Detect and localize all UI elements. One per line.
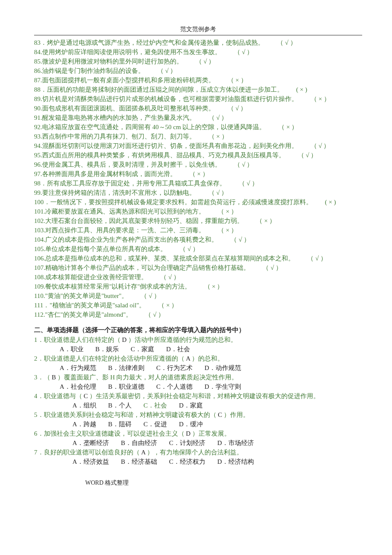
tf-item: 88．压面机的功能是将揉制好的面团通过压辊之间的间隙，压成立方体以便进一步加工。… [34, 85, 362, 94]
item-number: 5． [34, 411, 44, 418]
answer-letter: A [140, 449, 147, 456]
item-text: 广义的成本是指企业为生产各种产品而支出的各项耗费之和。 [45, 236, 218, 243]
item-text: 对西点操作工具、用具的要求是：一洗、二冲、三消毒。 [45, 227, 205, 234]
mc-option: A．垄断经济 [72, 438, 109, 448]
item-number: 108. [34, 274, 45, 280]
item-number: 98． [34, 180, 47, 187]
tf-item: 110."黄油"的英文单词是"butter"。 （ √ ） [34, 291, 362, 301]
answer-mark: （ √ ） [208, 114, 228, 121]
item-text: 各种擀面用具多是用金属材料制成，圆而光滑。 [42, 171, 176, 177]
mc-option: D．学生守则 [205, 382, 241, 391]
item-number: 6． [34, 430, 44, 437]
answer-letter: D [184, 430, 192, 437]
item-number: 99. [34, 189, 42, 196]
item-number: 112. [34, 311, 45, 318]
answer-mark: （ × ） [204, 283, 224, 290]
answer-mark: （ × ） [256, 217, 276, 224]
question-post: ），有力地保障个人的合法利益。 [147, 449, 243, 456]
item-number: 1． [34, 336, 44, 343]
answer-mark: （ √ ） [160, 274, 180, 280]
tf-item: 103.对西点操作工具、用具的要求是：一洗、二冲、三消毒。 （ × ） [34, 225, 362, 235]
answer-mark: （ × ） [228, 77, 247, 84]
item-number: 105. [34, 246, 45, 252]
answer-mark: （ √ ） [277, 39, 297, 46]
answer-mark: （ √ ） [239, 180, 258, 187]
answer-letter: B [50, 374, 58, 381]
answer-mark: （ × ） [189, 171, 209, 177]
mc-question: 3．（ B ）覆盖面最广、影 H 向力最大，对人的道德素质起决定性作用。 [34, 373, 362, 382]
question-pre: 职业道德是人们在特定的社会活动中所应遵循的（ [44, 355, 184, 362]
answer-mark: ( × ) [296, 86, 307, 93]
tf-item: 105.单位成本是指每个菜点单位所具有的成本。 （ √ ） [34, 244, 362, 254]
item-number: 91. [34, 114, 42, 121]
question-post: ）活动中所应遵循的行为规范的总和。 [128, 336, 237, 343]
item-number: 88． [34, 86, 47, 93]
item-number: 107. [34, 264, 45, 271]
item-text: 大理石案台台面较轻，因此其底架要求特别轻巧、稳固，撑重能力弱。 [45, 217, 243, 224]
mc-section-title: 二、单项选择题（选择一个正确的答案，将相应的字母填入题内的括号中） [34, 326, 362, 334]
mc-option: D．缓冲 [179, 419, 203, 429]
tf-item: 83．烤炉是通过电源或气源产生热，经过炉内空气和金属传递热量，使制品成熟。 （ … [34, 38, 362, 47]
tf-item: 86.油炸锅是专门制作油炸制品的设备。 （ √ ） [34, 66, 362, 75]
answer-mark: （ √ ） [311, 142, 330, 149]
mc-option: B．经济基础 [121, 457, 157, 466]
item-text: 面包成形机有面团滚圆机、面团搓条机及吐司整形机等种类。 [42, 105, 215, 112]
answer-mark: （ √ ） [157, 67, 177, 74]
item-number: 97. [34, 171, 42, 177]
item-text: 精确地计算各个单位产品的成本，可以为合理确定产品销售价格打基础。 [45, 264, 250, 271]
item-number: 94. [34, 142, 42, 149]
mc-option: D．动作规范 [205, 363, 241, 373]
item-number: 2． [34, 355, 44, 362]
answer-mark: （ √ ） [145, 311, 164, 318]
item-number: 3． [34, 374, 44, 381]
item-number: 102. [34, 217, 45, 224]
item-number: 93. [34, 133, 42, 140]
mc-option: D．家庭 [179, 401, 203, 410]
answer-mark: （ √ ） [298, 152, 317, 159]
question-post: ）的总和。 [192, 355, 224, 362]
answer-letter: C [82, 393, 90, 399]
answer-mark: （ √ ） [234, 161, 254, 168]
tf-item: 91.醒发箱是靠电热将水槽内的水加热，产生热量及水汽。 （ √ ） [34, 113, 362, 122]
answer-mark: （ √ ） [234, 49, 254, 55]
answer-mark: （ √ ） [141, 292, 160, 299]
mc-option: D．社会 [166, 344, 190, 354]
mc-question: 1．职业道德是人们在特定的（ D ）活动中所应遵循的行为规范的总和。 [34, 335, 362, 344]
answer-mark: （ √ ） [196, 58, 215, 65]
question-pre: （ [44, 374, 50, 381]
tf-item: 102.大理石案台台面较轻，因此其底架要求特别轻巧、稳固，撑重能力弱。 （ × … [34, 216, 362, 225]
answer-mark: ( × ) [325, 199, 336, 205]
item-number: 4． [34, 393, 44, 399]
answer-mark: （ √ ） [228, 105, 247, 112]
item-number: 109. [34, 283, 45, 290]
mc-question: 6．加强社会主义职业道德建设，可以促进社会主义（ D ）正常发展。 [34, 429, 362, 438]
item-text: 烤炉是通过电源或气源产生热，经过炉内空气和金属传递热量，使制品成熟。 [47, 39, 264, 46]
question-post: ）正常发展。 [192, 430, 231, 437]
mc-option: B．职业道德 [108, 382, 144, 391]
tf-item: 108.成本核算能促进企业改善经营管理。 （ √ ） [34, 272, 362, 282]
question-pre: 职业道德是人们在特定的（ [44, 336, 121, 343]
item-number: 110. [34, 292, 45, 299]
answer-mark: （ √ ） [262, 264, 282, 271]
question-post: ）作用。 [224, 411, 249, 418]
item-number: 104. [34, 236, 45, 243]
item-text: 要注意保持烤箱的清洁，清洗时不宜用水，以防触电。 [42, 189, 196, 196]
tf-item: 84.使用烤炉前应详细阅读使用说明书，避免因使用不当发生事故。 （ √ ） [34, 47, 362, 57]
item-number: 95. [34, 152, 42, 159]
true-false-list: 83．烤炉是通过电源或气源产生热，经过炉内空气和金属传递热量，使制品成熟。 （ … [34, 38, 362, 319]
question-pre: 职业道德与（ [44, 393, 82, 399]
item-text: 电冰箱应放置在空气流通处，四周留有 40～50 cm 以上的空隙，以便通风降温。 [42, 124, 266, 130]
tf-item: 101.冷藏柜要放置在通风、远离热源和阳光可以照到的地方。 （ × ） [34, 207, 362, 216]
item-text: "黄油"的英文单词是"butter"。 [45, 292, 128, 299]
mc-question: 4．职业道德与（ C ）生活关系最密切，关系到社会稳定与和谐，对精神文明建设有极… [34, 391, 362, 401]
mc-option: C．行为艺术 [156, 363, 193, 373]
mc-options: A．垄断经济B．自由经济C．计划经济D．市场经济 [34, 438, 362, 448]
item-text: 醒发箱是靠电热将水槽内的水加热，产生热量及水汽。 [42, 114, 196, 121]
item-text: 切片机是对清酥类制品进行切片成形的机械设备，也可根据需要对油脂蛋糕进行切片操作。 [42, 95, 298, 102]
tf-item: 85.微波炉是利用微波对物料的里外同时进行加热的。 （ √ ） [34, 57, 362, 66]
mc-option: D．市场经济 [217, 438, 254, 448]
item-number: 111． [34, 302, 49, 309]
mc-option: B．自由经济 [121, 438, 157, 448]
tf-item: 94.混酥面坯切割可以使用滚刀对面坯进行切片、切条，使面坯具有曲形花边，起到美化… [34, 141, 362, 150]
answer-mark: （ × ） [218, 208, 237, 215]
